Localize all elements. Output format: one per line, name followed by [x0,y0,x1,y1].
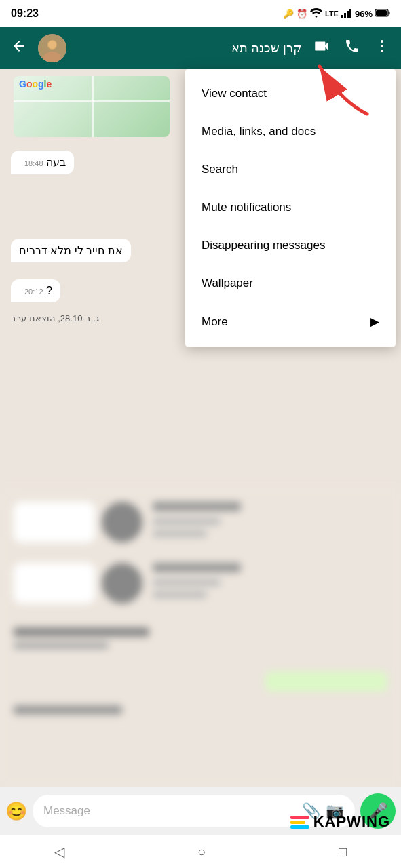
menu-item-mute-notifications[interactable]: Mute notifications [185,189,396,226]
svg-rect-5 [389,11,390,14]
svg-rect-3 [349,9,351,18]
dropdown-menu: View contact Media, links, and docs Sear… [185,69,396,347]
menu-item-mute-notifications-label: Mute notifications [202,201,291,214]
lte-icon: LTE [325,9,339,18]
menu-item-disappearing-messages[interactable]: Disappearing messages [185,226,396,264]
menu-item-view-contact[interactable]: View contact [185,75,396,113]
signal-icon [341,8,352,20]
menu-item-media-links-docs[interactable]: Media, links, and docs [185,113,396,151]
key-icon: 🔑 [283,9,294,19]
status-bar: 09:23 🔑 ⏰ LTE 96% [0,0,401,27]
menu-item-more-label: More [202,315,228,329]
status-icons: 🔑 ⏰ LTE 96% [283,8,390,20]
menu-item-view-contact-label: View contact [202,87,267,100]
alarm-icon: ⏰ [297,9,307,19]
battery-text: 96% [355,9,373,19]
chevron-right-icon: ▶ [370,315,379,329]
menu-item-wallpaper[interactable]: Wallpaper [185,264,396,302]
menu-item-disappearing-messages-label: Disappearing messages [202,239,325,252]
battery-icon [375,9,390,19]
menu-item-wallpaper-label: Wallpaper [202,277,253,290]
status-time: 09:23 [11,7,39,20]
svg-rect-0 [341,15,343,18]
svg-rect-6 [376,10,387,16]
menu-item-media-links-docs-label: Media, links, and docs [202,125,316,138]
wifi-icon [310,8,322,20]
svg-rect-1 [344,13,346,18]
svg-rect-2 [347,11,349,18]
menu-item-more[interactable]: More ▶ [185,302,396,341]
menu-item-search-label: Search [202,163,238,176]
dropdown-overlay: View contact Media, links, and docs Sear… [0,27,401,868]
menu-item-search[interactable]: Search [185,151,396,189]
